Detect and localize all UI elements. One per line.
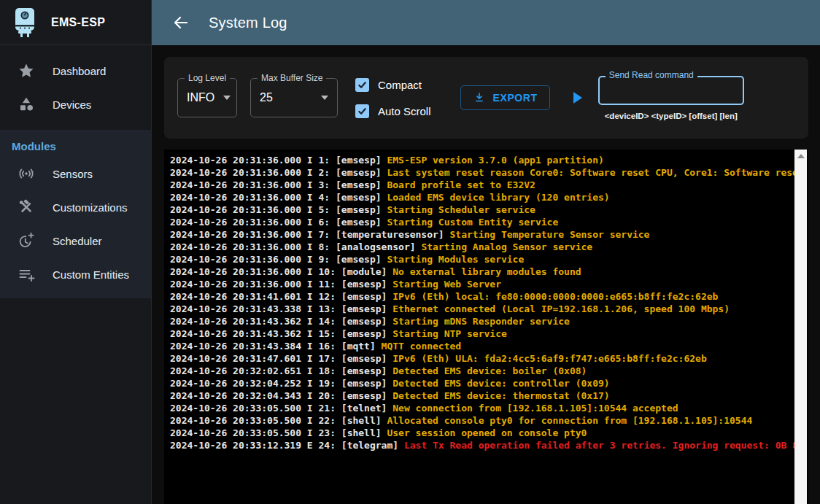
sidebar-nav: Dashboard Devices: [0, 45, 151, 130]
log-line: 2024-10-26 20:31:36.000 I 9: [emsesp] St…: [170, 253, 791, 265]
export-button[interactable]: EXPORT: [460, 85, 550, 110]
auto-scroll-checkbox[interactable]: Auto Scroll: [355, 104, 431, 118]
dropdown-arrow-icon: [223, 96, 231, 100]
category-icon: [18, 96, 35, 113]
clock-plus-icon: [18, 232, 35, 249]
log-line: 2024-10-26 20:31:43.338 I 13: [emsesp] E…: [170, 303, 791, 315]
compact-label: Compact: [378, 79, 422, 91]
log-level-value: INFO: [187, 91, 214, 104]
sidebar-item-label: Custom Entities: [53, 268, 129, 281]
appbar: System Log: [152, 0, 820, 45]
sidebar: EMS-ESP Dashboard De: [0, 0, 152, 504]
log-console[interactable]: 2024-10-26 20:31:36.000 I 1: [emsesp] EM…: [164, 150, 808, 504]
log-lines: 2024-10-26 20:31:36.000 I 1: [emsesp] EM…: [170, 154, 791, 451]
sidebar-item-devices[interactable]: Devices: [0, 88, 151, 121]
log-line: 2024-10-26 20:31:36.000 I 3: [emsesp] Bo…: [170, 179, 791, 191]
send-command-helper: <deviceID> <typeID> [offset] [len]: [605, 112, 738, 120]
main-area: System Log Log Level INFO Max Buffer Siz…: [152, 0, 820, 504]
export-label: EXPORT: [493, 92, 538, 104]
console-scrollbar[interactable]: [794, 150, 807, 504]
log-line: 2024-10-26 20:31:43.362 I 15: [emsesp] S…: [170, 327, 791, 340]
log-line: 2024-10-26 20:31:36.000 I 2: [emsesp] La…: [170, 166, 791, 179]
log-line: 2024-10-26 20:31:43.362 I 14: [emsesp] S…: [170, 315, 791, 327]
app-root: EMS-ESP Dashboard De: [0, 0, 820, 504]
send-command-input[interactable]: [598, 76, 744, 105]
log-line: 2024-10-26 20:31:36.000 I 8: [analogsens…: [170, 241, 791, 253]
log-level-label: Log Level: [185, 73, 230, 83]
sidebar-spacer: [0, 298, 151, 504]
auto-scroll-label: Auto Scroll: [378, 105, 431, 117]
log-line: 2024-10-26 20:32:02.651 I 18: [emsesp] D…: [170, 365, 791, 377]
log-line: 2024-10-26 20:33:05.500 I 21: [telnet] N…: [170, 402, 791, 414]
log-line: 2024-10-26 20:33:05.500 I 22: [shell] Al…: [170, 414, 791, 427]
page-title: System Log: [209, 15, 287, 31]
log-line: 2024-10-26 20:31:36.000 I 7: [temperatur…: [170, 228, 791, 241]
checkbox-checked-icon: [355, 78, 369, 92]
log-line: 2024-10-26 20:31:36.000 I 11: [emsesp] S…: [170, 278, 791, 290]
sidebar-item-label: Devices: [53, 98, 91, 111]
sidebar-item-customizations[interactable]: Customizations: [0, 190, 151, 224]
log-line: 2024-10-26 20:31:43.384 I 16: [mqtt] MQT…: [170, 340, 791, 352]
boiler-logo-icon: [12, 7, 38, 39]
star-icon: [18, 62, 35, 80]
log-line: 2024-10-26 20:31:36.000 I 6: [emsesp] St…: [170, 216, 791, 228]
checkbox-checked-icon: [355, 104, 369, 118]
max-buffer-value: 25: [260, 91, 273, 104]
max-buffer-select[interactable]: Max Buffer Size 25: [250, 78, 338, 117]
back-arrow-icon[interactable]: [171, 12, 191, 33]
log-level-select[interactable]: Log Level INFO: [177, 78, 237, 117]
log-line: 2024-10-26 20:31:36.000 I 10: [module] N…: [170, 265, 791, 278]
sidebar-item-label: Scheduler: [53, 235, 102, 247]
log-controls-panel: Log Level INFO Max Buffer Size 25: [164, 57, 808, 139]
log-line: 2024-10-26 20:32:04.252 I 19: [emsesp] D…: [170, 377, 791, 389]
download-icon: [473, 91, 486, 104]
log-line: 2024-10-26 20:31:41.601 I 12: [emsesp] I…: [170, 290, 791, 303]
dropdown-arrow-icon: [321, 96, 328, 100]
log-line: 2024-10-26 20:32:04.343 I 20: [emsesp] D…: [170, 389, 791, 402]
sidebar-modules-section: Modules Sensors: [0, 130, 151, 298]
send-command-group: Send Read command <deviceID> <typeID> [o…: [598, 76, 744, 120]
log-line: 2024-10-26 20:33:05.500 I 23: [shell] Us…: [170, 427, 791, 439]
playlist-add-icon: [18, 265, 35, 283]
tools-icon: [18, 198, 35, 216]
send-play-icon[interactable]: [573, 92, 582, 104]
log-line: 2024-10-26 20:33:12.319 E 24: [telegram]…: [170, 439, 791, 451]
sidebar-item-label: Dashboard: [53, 65, 106, 77]
compact-checkbox[interactable]: Compact: [355, 78, 431, 92]
app-title: EMS-ESP: [51, 16, 105, 29]
sidebar-item-label: Customizations: [53, 201, 128, 214]
sidebar-item-label: Sensors: [53, 168, 93, 180]
modules-header: Modules: [0, 140, 151, 152]
sidebar-item-custom-entities[interactable]: Custom Entities: [0, 257, 151, 291]
sidebar-item-scheduler[interactable]: Scheduler: [0, 224, 151, 257]
content: Log Level INFO Max Buffer Size 25: [152, 45, 820, 504]
scrollbar-up-arrow-icon[interactable]: [794, 150, 807, 163]
checkbox-group: Compact Auto Scroll: [355, 78, 431, 118]
sidebar-item-dashboard[interactable]: Dashboard: [0, 54, 151, 88]
max-buffer-label: Max Buffer Size: [258, 73, 326, 83]
log-line: 2024-10-26 20:31:47.601 I 17: [emsesp] I…: [170, 352, 791, 365]
sidebar-header: EMS-ESP: [0, 0, 151, 45]
wireless-icon: [18, 165, 35, 182]
log-line: 2024-10-26 20:31:36.000 I 1: [emsesp] EM…: [170, 154, 791, 166]
send-command-label: Send Read command: [606, 70, 697, 80]
log-line: 2024-10-26 20:31:36.000 I 5: [emsesp] St…: [170, 203, 791, 216]
log-line: 2024-10-26 20:31:36.000 I 4: [emsesp] Lo…: [170, 191, 791, 203]
sidebar-item-sensors[interactable]: Sensors: [0, 157, 151, 190]
